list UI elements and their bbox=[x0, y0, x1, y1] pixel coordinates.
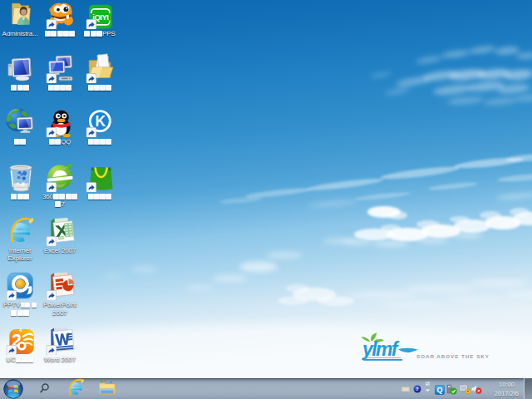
svg-text:K: K bbox=[95, 113, 106, 130]
svg-text:?: ? bbox=[416, 386, 419, 392]
svg-text:Q: Q bbox=[436, 386, 442, 394]
svg-text:SOAR ABOVE THE SKY: SOAR ABOVE THE SKY bbox=[416, 353, 490, 359]
svg-text:ylmf: ylmf bbox=[362, 338, 400, 360]
